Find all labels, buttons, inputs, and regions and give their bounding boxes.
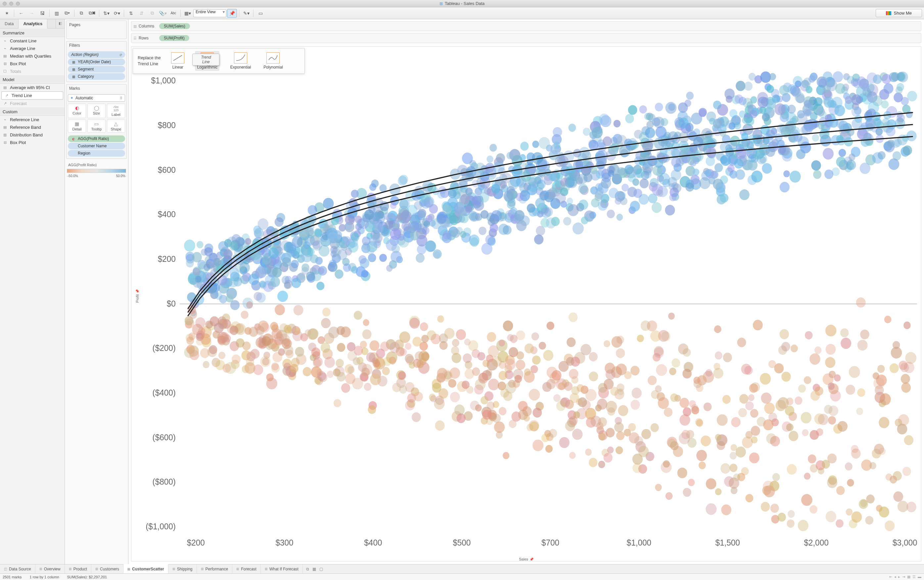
minimize-icon[interactable] <box>9 2 13 6</box>
presentation-icon[interactable]: ▭ <box>255 9 265 18</box>
item-median-quartiles[interactable]: ▤Median with Quartiles <box>0 52 64 60</box>
marks-shelf-profit-ratio[interactable]: ◐AGG(Profit Ratio) <box>68 135 125 142</box>
rows-shelf[interactable]: ☰Rows SUM(Profit) <box>131 33 921 43</box>
filter-year-order-date[interactable]: ▦YEAR(Order Date) <box>68 59 125 65</box>
svg-text:($800): ($800) <box>153 477 176 487</box>
columns-shelf[interactable]: ▥Columns SUM(Sales) <box>131 21 921 31</box>
filters-card[interactable]: Filters Action (Region)⊘ ▦YEAR(Order Dat… <box>66 41 127 82</box>
svg-point-109 <box>907 91 917 101</box>
item-reference-band[interactable]: ▤Reference Band <box>0 124 64 131</box>
marks-shelf-customer-name[interactable]: Customer Name <box>68 143 125 149</box>
tab-analytics[interactable]: Analytics <box>18 19 47 28</box>
filter-segment[interactable]: ▦Segment <box>68 66 125 72</box>
nav-first-icon[interactable]: ⇤ <box>889 575 892 579</box>
sheet-tab-shipping[interactable]: ⊞Shipping <box>168 564 197 573</box>
item-average-ci[interactable]: ▤Average with 95% CI <box>0 84 64 91</box>
pin-icon: 📌 <box>136 289 139 293</box>
view-list-icon[interactable]: ☰ <box>912 575 916 579</box>
item-trend-line[interactable]: ↗Trend Line <box>1 91 63 100</box>
marks-shape[interactable]: △Shape <box>107 120 125 133</box>
new-worksheet-icon[interactable]: ⧉▾ <box>62 9 72 18</box>
zoom-icon[interactable] <box>16 2 20 6</box>
pin-icon[interactable]: 📌 <box>227 9 237 18</box>
svg-point-1482 <box>658 397 669 409</box>
close-icon[interactable] <box>3 2 7 6</box>
new-worksheet-icon[interactable]: ⧉ <box>306 567 309 572</box>
marks-card[interactable]: Marks ✦Automatic⇳ ◐Color ◯Size Abc123Lab… <box>66 84 127 159</box>
view-mode-icon[interactable]: ▦▾ <box>182 9 192 18</box>
tab-data-source[interactable]: ◫Data Source <box>0 564 35 573</box>
marks-shelf-region[interactable]: Region <box>68 150 125 157</box>
rows-pill-sum-profit[interactable]: SUM(Profit) <box>159 35 189 41</box>
nav-last-icon[interactable]: ⇥ <box>902 575 905 579</box>
marks-tooltip[interactable]: ▭Tooltip <box>87 120 105 133</box>
item-distribution-band[interactable]: ▥Distribution Band <box>0 131 64 139</box>
nav-prev-icon[interactable]: ◂ <box>894 575 896 579</box>
swap-icon[interactable]: ⇅▾ <box>101 9 111 18</box>
sheet-tab-overview[interactable]: ⊞Overview <box>35 564 65 573</box>
trend-option-polynomial[interactable]: Polynomial <box>261 51 285 71</box>
back-icon[interactable]: ← <box>16 9 26 18</box>
highlight-icon[interactable]: ✎▾ <box>241 9 251 18</box>
legend-gradient[interactable] <box>67 169 126 173</box>
svg-point-1978 <box>695 418 703 426</box>
svg-point-836 <box>532 141 539 148</box>
mark-type-select[interactable]: ✦Automatic⇳ <box>68 94 125 102</box>
attach-icon[interactable]: 📎▾ <box>158 9 168 18</box>
fit-select[interactable]: Entire View▾ <box>193 9 226 17</box>
sheet-tab-product[interactable]: ⊞Product <box>65 564 91 573</box>
forward-icon[interactable]: → <box>27 9 37 18</box>
sort-asc-icon[interactable]: ⇅ <box>126 9 136 18</box>
new-dashboard-icon[interactable]: ▦ <box>312 567 316 572</box>
sort-desc-icon[interactable]: ⇵ <box>136 9 146 18</box>
trend-option-exponential[interactable]: Exponential <box>228 51 253 71</box>
view-grid-icon[interactable]: ▦ <box>907 575 911 579</box>
pages-card[interactable]: Pages <box>66 21 127 39</box>
svg-point-1630 <box>809 353 820 365</box>
columns-pill-sum-sales[interactable]: SUM(Sales) <box>159 23 190 29</box>
item-constant-line[interactable]: ⌁Constant Line <box>0 37 64 45</box>
x-axis-label[interactable]: Sales 📌 <box>519 557 533 561</box>
sheet-tab-customers[interactable]: ⊞Customers <box>91 564 123 573</box>
item-box-plot-2[interactable]: ⊟Box Plot <box>0 139 64 146</box>
abc-label-icon[interactable]: Abc <box>168 9 178 18</box>
view-filmstrip-icon[interactable]: ▬ <box>918 575 921 579</box>
svg-point-518 <box>553 127 562 137</box>
svg-point-1376 <box>746 117 754 126</box>
new-datasource-icon[interactable]: ▥ <box>52 9 62 18</box>
sheet-tab-what-if-forecast[interactable]: ⊞What If Forecast <box>261 564 303 573</box>
marks-color[interactable]: ◐Color <box>68 104 86 118</box>
item-box-plot[interactable]: ⊟Box Plot <box>0 60 64 68</box>
trend-line-drop-target[interactable]: Replace the Trend Line Linear Logarithmi… <box>133 48 305 74</box>
nav-next-icon[interactable]: ▸ <box>898 575 900 579</box>
filter-category[interactable]: ▦Category <box>68 73 125 80</box>
marks-label[interactable]: Abc123Label <box>107 104 125 118</box>
group-icon[interactable]: ⧉ <box>147 9 157 18</box>
collapse-panel-icon[interactable]: ◧ <box>56 19 64 28</box>
tab-data[interactable]: Data <box>0 19 18 28</box>
item-reference-line[interactable]: ⌁Reference Line <box>0 116 64 124</box>
viz-canvas[interactable]: Replace the Trend Line Linear Logarithmi… <box>131 46 921 562</box>
duplicate-sheet-icon[interactable]: ⧉ <box>76 9 86 18</box>
window-controls[interactable] <box>3 2 20 6</box>
sheet-tab-customerscatter[interactable]: ⊞CustomerScatter <box>123 564 168 573</box>
filter-action-region[interactable]: Action (Region)⊘ <box>68 51 125 58</box>
sheet-tab-performance[interactable]: ⊞Performance <box>197 564 233 573</box>
y-axis-label[interactable]: Profit 📌 <box>135 289 139 303</box>
marks-detail[interactable]: ▦Detail <box>68 120 86 133</box>
clear-sheet-icon[interactable]: ⧉✖ <box>87 9 97 18</box>
trend-option-logarithmic[interactable]: Logarithmic Trend Line <box>195 51 219 71</box>
svg-point-254 <box>534 234 543 244</box>
save-icon[interactable]: 🖫 <box>38 9 47 18</box>
item-average-line[interactable]: ⌁Average Line <box>0 45 64 52</box>
svg-point-2038 <box>352 378 363 389</box>
trend-option-linear[interactable]: Linear <box>169 51 186 71</box>
show-me-button[interactable]: Show Me <box>876 9 922 17</box>
color-legend[interactable]: AGG(Profit Ratio) -50.0%50.0% <box>66 161 127 179</box>
new-story-icon[interactable]: ▢ <box>319 567 323 572</box>
refresh-icon[interactable]: ⟳▾ <box>112 9 122 18</box>
marks-size[interactable]: ◯Size <box>87 104 105 118</box>
sheet-tab-forecast[interactable]: ⊞Forecast <box>232 564 261 573</box>
scatter-chart[interactable]: $1,000$800$600$400$200$0($200)($400)($60… <box>132 47 921 561</box>
tableau-logo-icon[interactable]: ✶ <box>2 9 12 18</box>
